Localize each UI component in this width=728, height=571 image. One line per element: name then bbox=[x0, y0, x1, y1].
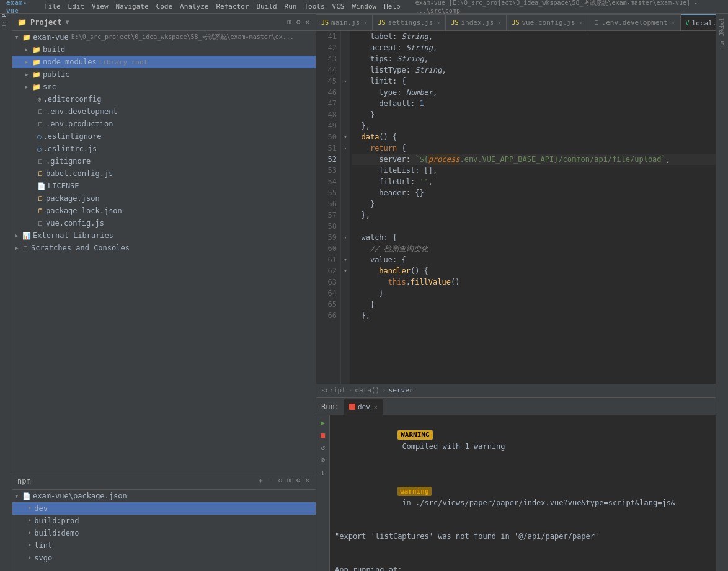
tab-close-settings-js[interactable]: ✕ bbox=[437, 19, 440, 26]
tab-main-js[interactable]: JS main.js ✕ bbox=[316, 14, 373, 30]
fold-66 bbox=[341, 310, 350, 321]
menu-window[interactable]: Window bbox=[348, 2, 380, 11]
tree-item-editorconfig[interactable]: ▶ ⚙ .editorconfig bbox=[12, 93, 316, 105]
run-tab-dev[interactable]: dev ✕ bbox=[344, 399, 383, 415]
npm-item-build-prod[interactable]: • build:prod bbox=[12, 515, 316, 527]
npm-split-icon[interactable]: ⊞ bbox=[286, 475, 293, 487]
menu-tools[interactable]: Tools bbox=[300, 2, 328, 11]
fold-45[interactable]: ▾ bbox=[341, 76, 350, 87]
code-line-66: }, bbox=[352, 310, 716, 321]
npm-item-dev[interactable]: • dev bbox=[12, 502, 316, 515]
project-icon[interactable]: 1: Project bbox=[1, 17, 11, 27]
fold-59[interactable]: ▾ bbox=[341, 232, 350, 243]
npm-label-dev: dev bbox=[34, 504, 48, 513]
chevron-down-icon[interactable]: ▼ bbox=[66, 19, 69, 25]
warning-text: Compiled with 1 warning bbox=[397, 442, 505, 451]
output-app-running: App running at: bbox=[335, 564, 711, 571]
fold-51[interactable]: ▾ bbox=[341, 143, 350, 154]
panel-layout-icon[interactable]: ⊞ bbox=[286, 17, 293, 27]
output-blank-1 bbox=[335, 463, 711, 474]
tree-item-package-lock[interactable]: ▶ 🗒 package-lock.json bbox=[12, 205, 316, 217]
npm-remove-icon[interactable]: − bbox=[268, 475, 275, 487]
tree-item-vue-config[interactable]: ▶ 🗒 vue.config.js bbox=[12, 217, 316, 229]
run-scroll-button[interactable]: ↓ bbox=[318, 467, 328, 477]
fold-50[interactable]: ▾ bbox=[341, 131, 350, 143]
run-restart-button[interactable]: ↺ bbox=[318, 443, 328, 453]
run-clear-button[interactable]: ⊘ bbox=[318, 455, 328, 465]
tree-label-eslintrc: .eslintrc.js bbox=[43, 144, 97, 153]
menu-run[interactable]: Run bbox=[281, 2, 301, 11]
npm-root-item[interactable]: ▼ 📄 exam-vue\package.json bbox=[12, 490, 316, 502]
npm-panel-header: npm ＋ − ↻ ⊞ ⚙ ✕ bbox=[12, 472, 316, 490]
tab-close-vue-config[interactable]: ✕ bbox=[579, 19, 583, 26]
tree-item-public[interactable]: ▶ 📁 public bbox=[12, 68, 316, 81]
code-line-57: }, bbox=[352, 210, 716, 221]
menu-build[interactable]: Build bbox=[252, 2, 280, 11]
npm-item-lint[interactable]: • lint bbox=[12, 539, 316, 552]
tree-item-eslintignore[interactable]: ▶ ○ .eslintignore bbox=[12, 130, 316, 143]
tab-vue-config-js[interactable]: JS vue.config.js ✕ bbox=[507, 14, 588, 30]
tree-root-item[interactable]: ▼ 📁 exam-vue E:\0_src_project\0_idea_wks… bbox=[12, 31, 316, 43]
output-blank-3 bbox=[335, 542, 711, 553]
tab-close-main-js[interactable]: ✕ bbox=[363, 19, 367, 26]
menu-refactor[interactable]: Refactor bbox=[212, 2, 252, 11]
npm-item-svgo[interactable]: • svgo bbox=[12, 552, 316, 564]
npm-add-icon[interactable]: ＋ bbox=[256, 475, 265, 487]
run-play-button[interactable]: ▶ bbox=[318, 418, 328, 428]
file-icon: ○ bbox=[37, 145, 42, 153]
npm-settings-icon[interactable]: ⚙ bbox=[295, 475, 302, 487]
breadcrumb-sep-2: › bbox=[382, 386, 386, 394]
menu-vcs[interactable]: VCS bbox=[329, 2, 348, 11]
tree-item-external-libs[interactable]: ▶ 📊 External Libraries bbox=[12, 229, 316, 242]
code-content[interactable]: label: String, accept: String, tips: Str… bbox=[350, 31, 716, 384]
menu-help[interactable]: Help bbox=[380, 2, 404, 11]
tab-settings-js[interactable]: JS settings.js ✕ bbox=[373, 14, 446, 30]
npm-toolbar: ＋ − ↻ ⊞ ⚙ ✕ bbox=[256, 475, 311, 487]
app-name: exam-vue bbox=[2, 0, 40, 15]
run-stop-button[interactable]: ■ bbox=[318, 430, 328, 440]
tree-item-node-modules[interactable]: ▶ 📁 node_modules library root bbox=[12, 56, 316, 68]
npm-refresh-icon[interactable]: ↻ bbox=[277, 475, 284, 487]
tree-item-package-json[interactable]: ▶ 🗒 package.json bbox=[12, 192, 316, 205]
tree-item-gitignore[interactable]: ▶ 🗒 .gitignore bbox=[12, 155, 316, 167]
tree-item-babel[interactable]: ▶ 🗒 babel.config.js bbox=[12, 167, 316, 180]
menu-view[interactable]: View bbox=[88, 2, 112, 11]
breadcrumb-script: script bbox=[321, 386, 346, 394]
jrebel-icon[interactable]: JRebel bbox=[719, 18, 725, 36]
tree-item-env-prod[interactable]: ▶ 🗒 .env.production bbox=[12, 118, 316, 130]
file-icon: 🗒 bbox=[37, 157, 44, 166]
tree-item-scratches[interactable]: ▶ 🗒 Scratches and Consoles bbox=[12, 242, 316, 254]
tree-label-external-libs: External Libraries bbox=[33, 231, 113, 240]
tree-item-license[interactable]: ▶ 📄 LICENSE bbox=[12, 180, 316, 192]
warning-inline-text: in ./src/views/paper/paper/index.vue?vue… bbox=[397, 498, 675, 507]
breadcrumb-server: server bbox=[389, 386, 414, 394]
menu-navigate[interactable]: Navigate bbox=[112, 2, 153, 11]
npm-item-build-demo[interactable]: • build:demo bbox=[12, 527, 316, 539]
tab-close-index-js[interactable]: ✕ bbox=[497, 19, 501, 26]
menu-analyze[interactable]: Analyze bbox=[176, 2, 212, 11]
code-line-45: limit: { bbox=[352, 76, 716, 87]
tab-local-vue[interactable]: V local.vue ✕ bbox=[681, 14, 716, 30]
panel-gear-icon[interactable]: ⚙ bbox=[295, 17, 302, 27]
tab-close-env-dev[interactable]: ✕ bbox=[672, 19, 675, 26]
menu-code[interactable]: Code bbox=[153, 2, 177, 11]
npm-sidebar-icon[interactable]: npm bbox=[719, 40, 725, 48]
output-warning-inline: warning in ./src/views/paper/paper/index… bbox=[335, 474, 711, 520]
panel-close-icon[interactable]: ✕ bbox=[304, 17, 311, 27]
npm-close-icon[interactable]: ✕ bbox=[304, 475, 311, 487]
menu-file[interactable]: File bbox=[40, 2, 64, 11]
tree-item-build[interactable]: ▶ 📁 build bbox=[12, 43, 316, 56]
code-line-50: data() { bbox=[352, 131, 716, 143]
tab-index-js[interactable]: JS index.js ✕ bbox=[446, 14, 507, 30]
fold-61[interactable]: ▾ bbox=[341, 254, 350, 265]
tree-item-eslintrc[interactable]: ▶ ○ .eslintrc.js bbox=[12, 143, 316, 155]
tab-env-development[interactable]: 🗒 .env.development ✕ bbox=[588, 14, 681, 30]
scratches-icon: 🗒 bbox=[22, 244, 29, 252]
code-line-65: } bbox=[352, 299, 716, 310]
tree-item-src[interactable]: ▶ 📁 src bbox=[12, 81, 316, 93]
tree-item-env-dev[interactable]: ▶ 🗒 .env.development bbox=[12, 105, 316, 118]
fold-62[interactable]: ▾ bbox=[341, 265, 350, 277]
file-icon: 🗒 bbox=[37, 207, 44, 215]
menu-edit[interactable]: Edit bbox=[64, 2, 89, 11]
run-tab-close[interactable]: ✕ bbox=[374, 404, 378, 410]
